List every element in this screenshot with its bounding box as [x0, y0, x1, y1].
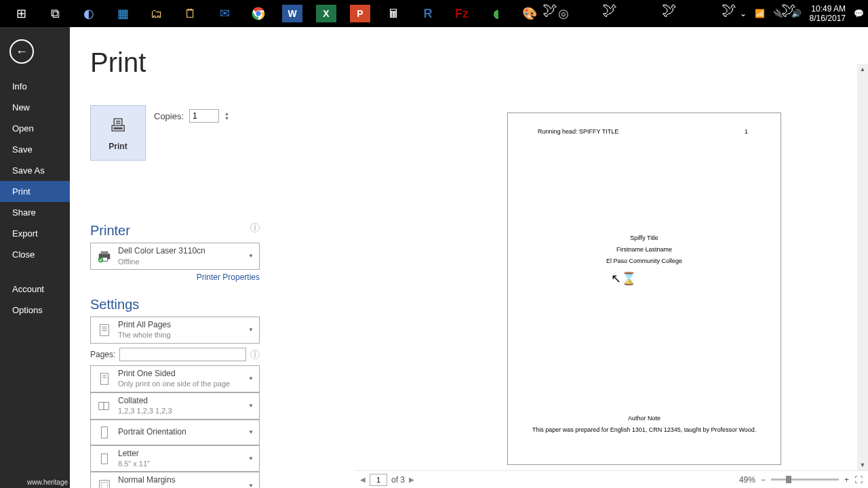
printer-status: Offline	[118, 257, 247, 266]
orientation-dropdown[interactable]: Portrait Orientation ▼	[90, 420, 260, 445]
nav-save-as[interactable]: Save As	[0, 160, 70, 181]
info-icon[interactable]: i	[250, 350, 260, 359]
wifi-icon[interactable]: 📶	[755, 9, 765, 18]
nav-export[interactable]: Export	[0, 223, 70, 244]
svg-rect-17	[100, 481, 110, 488]
zoom-in-icon[interactable]: +	[844, 475, 849, 485]
margins-dropdown[interactable]: Normal MarginsLeft: 1" Right: 1" ▼	[90, 472, 260, 488]
vertical-scrollbar[interactable]: ▲ ▼	[857, 64, 868, 470]
zoom-slider[interactable]	[771, 479, 839, 481]
print-pages-dropdown[interactable]: Print All PagesThe whole thing ▼	[90, 317, 260, 344]
info-icon[interactable]: i	[250, 223, 260, 232]
calculator-icon[interactable]: 🖩	[377, 0, 411, 27]
page-total: of 3	[391, 475, 405, 485]
clock-time: 10:49 AM	[810, 4, 846, 14]
prev-page-icon[interactable]: ◀	[360, 476, 366, 483]
printer-name: Dell Color Laser 3110cn	[118, 246, 247, 257]
back-button[interactable]: ←	[9, 39, 34, 64]
sided-dropdown[interactable]: Print One SidedOnly print on one side of…	[90, 365, 260, 392]
next-page-icon[interactable]: ▶	[409, 476, 414, 483]
chevron-down-icon: ▼	[247, 455, 255, 462]
volume-icon[interactable]: 🔊	[791, 9, 802, 18]
scroll-down-icon[interactable]: ▼	[857, 460, 868, 470]
chevron-down-icon: ▼	[247, 327, 255, 333]
svg-rect-3	[101, 251, 108, 255]
nav-print[interactable]: Print	[0, 181, 70, 202]
app-icon[interactable]: ◐	[72, 0, 106, 27]
fit-page-icon[interactable]: ⛶	[854, 475, 863, 485]
sided-icon	[95, 369, 114, 388]
nav-open[interactable]: Open	[0, 118, 70, 139]
copies-down-icon[interactable]: ▼	[224, 116, 229, 121]
printer-properties-link[interactable]: Printer Properties	[90, 272, 260, 282]
svg-rect-15	[101, 426, 107, 438]
page-number: 1	[745, 128, 748, 135]
nav-account[interactable]: Account	[0, 279, 70, 300]
copies-input[interactable]	[189, 109, 219, 123]
notes-icon[interactable]: 🗒	[174, 0, 208, 27]
backstage-main: Print 🖶 Print Copies: ▲▼ Printer i Dell …	[70, 27, 868, 488]
doc-school: El Paso Community College	[508, 256, 781, 267]
paper-dropdown[interactable]: Letter8.5" x 11" ▼	[90, 445, 260, 472]
print-button-label: Print	[108, 142, 127, 151]
svg-rect-16	[101, 453, 107, 464]
settings-heading: Settings	[90, 297, 260, 312]
power-icon[interactable]: 🔌	[773, 9, 783, 18]
paper-icon	[95, 449, 114, 468]
paint-icon[interactable]: 🎨	[513, 0, 547, 27]
outlook-icon[interactable]: ✉	[208, 0, 241, 27]
doc-title: Spiffy Title	[508, 232, 781, 244]
obs-icon[interactable]: ◎	[547, 0, 580, 27]
scroll-up-icon[interactable]: ▲	[857, 64, 868, 75]
printer-dropdown[interactable]: Dell Color Laser 3110cn Offline ▼	[90, 243, 260, 270]
watermark: www.heritage	[27, 479, 68, 486]
word-icon[interactable]: W	[282, 5, 302, 22]
app-icon[interactable]: R	[411, 0, 445, 27]
preview-page: Running head: SPIFFY TITLE 1 Spiffy Titl…	[507, 113, 781, 465]
powerpoint-icon[interactable]: P	[350, 5, 370, 22]
start-button[interactable]: ⊞	[4, 0, 38, 27]
collated-dropdown[interactable]: Collated1,2,3 1,2,3 1,2,3 ▼	[90, 392, 260, 420]
nav-share[interactable]: Share	[0, 202, 70, 223]
filezilla-icon[interactable]: Fz	[445, 0, 479, 27]
nav-save[interactable]: Save	[0, 139, 70, 160]
app-icon[interactable]: ▦	[106, 0, 140, 27]
print-button[interactable]: 🖶 Print	[90, 105, 146, 161]
copies-up-icon[interactable]: ▲	[224, 111, 229, 116]
zoom-out-icon[interactable]: −	[761, 475, 766, 485]
zoom-value: 49%	[739, 475, 755, 485]
tray-chevron-icon[interactable]: ⌄	[740, 9, 747, 18]
app-icon[interactable]: ◖	[479, 0, 513, 27]
notification-icon[interactable]: 💬	[854, 9, 864, 18]
system-tray: ⌄ 📶 🔌 🔊 10:49 AM 8/16/2017 💬	[740, 4, 864, 24]
svg-point-1	[256, 11, 260, 16]
orientation-icon	[95, 423, 114, 442]
chevron-down-icon: ▼	[247, 375, 255, 382]
clock[interactable]: 10:49 AM 8/16/2017	[810, 4, 846, 24]
printer-heading: Printer i	[90, 223, 260, 239]
file-explorer-icon[interactable]: 🗂	[140, 0, 174, 27]
chevron-down-icon: ▼	[247, 253, 255, 259]
svg-rect-13	[99, 402, 104, 409]
margins-icon	[95, 476, 114, 488]
print-preview: Running head: SPIFFY TITLE 1 Spiffy Titl…	[355, 66, 856, 470]
current-page-input[interactable]	[370, 474, 387, 486]
nav-info[interactable]: Info	[0, 76, 70, 97]
svg-rect-14	[104, 402, 108, 409]
nav-new[interactable]: New	[0, 97, 70, 118]
chevron-down-icon: ▼	[247, 403, 255, 409]
chevron-down-icon: ▼	[247, 483, 255, 488]
excel-icon[interactable]: X	[316, 5, 336, 22]
printer-status-icon	[95, 247, 114, 266]
preview-statusbar: ◀ of 3 ▶ 49% − + ⛶	[355, 470, 868, 488]
chrome-icon[interactable]	[241, 0, 275, 27]
pages-icon	[95, 321, 114, 340]
svg-rect-10	[101, 373, 108, 384]
taskbar: ⊞ ⧉ ◐ ▦ 🗂 🗒 ✉ W X P 🖩 R Fz ◖ 🎨 ◎ ⌄ 📶 🔌 🔊…	[0, 0, 868, 27]
backstage-sidebar: ← Info New Open Save Save As Print Share…	[0, 27, 70, 488]
task-view-icon[interactable]: ⧉	[38, 0, 72, 27]
chevron-down-icon: ▼	[247, 429, 255, 435]
nav-options[interactable]: Options	[0, 300, 70, 321]
nav-close[interactable]: Close	[0, 244, 70, 265]
pages-input[interactable]	[119, 348, 246, 361]
